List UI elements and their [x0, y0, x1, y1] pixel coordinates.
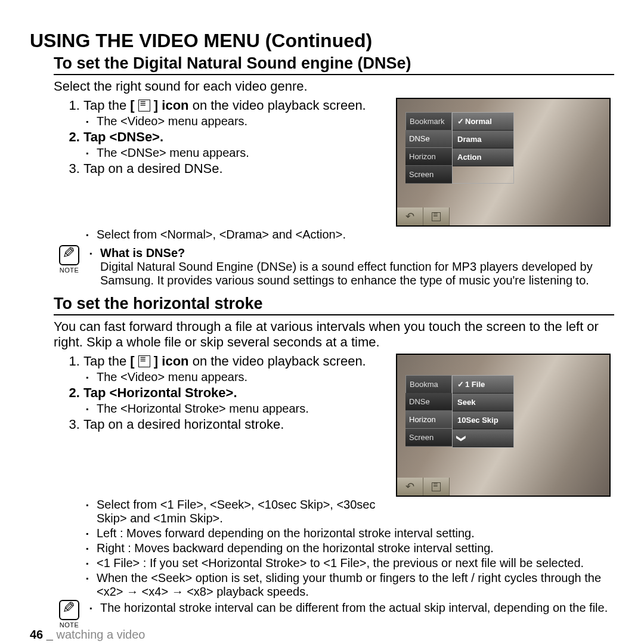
- submenu-more[interactable]: ❯: [453, 429, 513, 447]
- s1-step2: Tap <DNSe>. The <DNSe> menu appears.: [83, 129, 386, 160]
- text: Tap <DNSe>.: [83, 129, 163, 144]
- note-icon: [59, 245, 79, 265]
- menu-item-screen[interactable]: Screen: [405, 429, 452, 447]
- submenu-normal[interactable]: ✓Normal: [453, 113, 513, 131]
- video-menu: Bookmark DNSe Horizon Screen: [405, 112, 452, 184]
- menu-item-dnse[interactable]: DNSe: [405, 130, 452, 148]
- page-footer: 46 _ watching a video: [30, 628, 145, 642]
- submenu-drama[interactable]: Drama: [453, 131, 513, 148]
- section1-desc: Select the right sound for each video ge…: [54, 79, 614, 94]
- s2-sub3: <1 File> : If you set <Horizontal Stroke…: [83, 556, 614, 570]
- s1-step1-sub: The <Video> menu appears.: [83, 114, 386, 128]
- menu-item-bookmark[interactable]: Bookma: [405, 375, 452, 393]
- text: Tap <Horizontal Stroke>.: [83, 385, 237, 400]
- toolbar: ↶: [397, 208, 609, 225]
- s1-step2-sub: The <DNSe> menu appears.: [83, 146, 386, 160]
- submenu-10sec[interactable]: 10Sec Skip: [453, 411, 513, 429]
- toolbar: ↶: [397, 478, 609, 496]
- hstroke-screenshot: Bookma DNSe Horizon Screen ✓1 File Seek …: [396, 354, 611, 497]
- submenu-1file[interactable]: ✓1 File: [453, 376, 513, 394]
- dnse-screenshot: Bookmark DNSe Horizon Screen ✓Normal Dra…: [396, 98, 611, 227]
- bracket: [: [130, 354, 138, 369]
- text: Tap on a desired horizontal stroke.: [83, 417, 284, 432]
- bracket: ]: [150, 98, 158, 113]
- back-button[interactable]: ↶: [397, 478, 423, 496]
- chevron-down-icon: ❯: [456, 434, 467, 442]
- s2-sub0: Select from <1 File>, <Seek>, <10sec Ski…: [83, 498, 382, 525]
- note-body: The horizontal stroke interval can be di…: [87, 601, 608, 615]
- note-dnse: NOTE What is DNSe? Digital Natural Sound…: [56, 245, 614, 289]
- sep: _: [47, 628, 53, 641]
- menu-icon: [432, 482, 441, 491]
- bracket: ]: [150, 354, 158, 369]
- s2-sub1: Left : Moves forward depending on the ho…: [83, 527, 614, 540]
- s2-step1-sub: The <Video> menu appears.: [83, 370, 386, 384]
- s2-step3: Tap on a desired horizontal stroke.: [83, 417, 386, 432]
- section2-desc: You can fast forward through a file at v…: [54, 319, 614, 350]
- s2-step3-sublist: Select from <1 File>, <Seek>, <10sec Ski…: [54, 498, 614, 599]
- section1-title: To set the Digital Natural Sound engine …: [54, 54, 614, 75]
- note-icon: [59, 600, 79, 620]
- check-icon: ✓: [457, 380, 464, 389]
- menu-item-horizon[interactable]: Horizon: [405, 148, 452, 166]
- s1-step3: Tap on a desired DNSe.: [83, 161, 386, 177]
- check-icon: ✓: [457, 117, 464, 126]
- note-item: What is DNSe? Digital Natural Sound Engi…: [87, 246, 614, 287]
- text: on the video playback screen.: [189, 354, 366, 369]
- note-body: Digital Natural Sound Engine (DNSe) is a…: [100, 260, 593, 287]
- note-hstroke: NOTE The horizontal stroke interval can …: [56, 600, 614, 628]
- s2-step1: Tap the [ ] icon on the video playback s…: [83, 354, 386, 384]
- s2-sub2: Right : Moves backward depending on the …: [83, 541, 614, 555]
- menu-icon: [138, 355, 150, 367]
- video-menu: Bookma DNSe Horizon Screen: [405, 375, 452, 448]
- menu-item-dnse[interactable]: DNSe: [405, 393, 452, 411]
- menu-item-horizon[interactable]: Horizon: [405, 411, 452, 429]
- text: Tap the: [83, 98, 130, 113]
- text: Tap on a desired DNSe.: [83, 161, 223, 176]
- text: Tap the: [83, 354, 130, 369]
- menu-button[interactable]: [423, 478, 450, 496]
- icon-label: icon: [162, 354, 188, 369]
- text: on the video playback screen.: [189, 98, 366, 113]
- note-title: What is DNSe?: [100, 246, 614, 260]
- back-button[interactable]: ↶: [397, 208, 423, 225]
- s1-step3-sub: Select from <Normal>, <Drama> and <Actio…: [83, 228, 614, 242]
- menu-item-bookmark[interactable]: Bookmark: [405, 112, 452, 130]
- menu-icon: [138, 100, 150, 112]
- icon-label: icon: [162, 98, 188, 113]
- bracket: [: [130, 98, 138, 113]
- submenu-action[interactable]: Action: [453, 148, 513, 166]
- chapter-name: watching a video: [57, 628, 145, 641]
- s2-step2-sub: The <Horizontal Stroke> menu appears.: [83, 402, 386, 416]
- submenu-seek[interactable]: Seek: [453, 394, 513, 411]
- menu-icon: [432, 212, 441, 221]
- note-label: NOTE: [60, 267, 79, 274]
- hstroke-submenu: ✓1 File Seek 10Sec Skip ❯: [452, 375, 514, 448]
- s2-sub4: When the <Seek> option is set, sliding y…: [83, 571, 614, 599]
- page-number: 46: [30, 628, 43, 641]
- dnse-submenu: ✓Normal Drama Action: [452, 112, 514, 184]
- menu-button[interactable]: [423, 208, 450, 225]
- menu-item-screen[interactable]: Screen: [405, 166, 452, 184]
- page-title: USING THE VIDEO MENU (Continued): [30, 30, 614, 52]
- s1-step1: Tap the [ ] icon on the video playback s…: [83, 98, 386, 128]
- section2-title: To set the horizontal stroke: [54, 295, 614, 315]
- label: Normal: [465, 117, 492, 126]
- s2-step2: Tap <Horizontal Stroke>. The <Horizontal…: [83, 385, 386, 416]
- label: 1 File: [465, 380, 485, 389]
